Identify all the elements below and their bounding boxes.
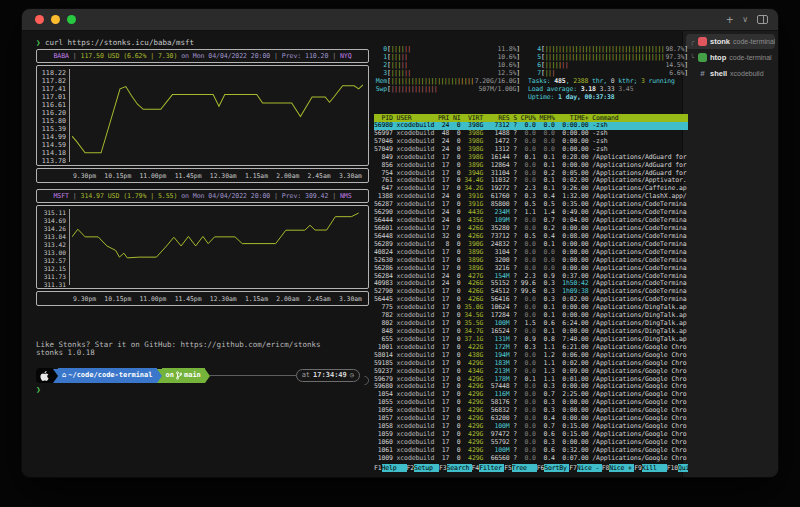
stonks-version: stonks 1.0.18 (36, 349, 369, 357)
process-row[interactable]: 52790 xcodebuild 17 0 426G 54512 ? 99.6 … (374, 288, 688, 296)
process-row[interactable]: 1009 xcodebuild 17 0 429G 66560 ? 0.0 0.… (374, 455, 688, 463)
process-row[interactable]: 56601 xcodebuild 17 0 426G 35280 ? 0.0 0… (374, 225, 688, 233)
process-row[interactable]: 647 xcodebuild 17 0 34.2G 19272 ? 2.3 0.… (374, 185, 688, 193)
tabs-sidebar: ╭stonkcode-terminal╰htopcode-terminal#sh… (682, 31, 778, 477)
cpu-meter: 2[|||||10.6%] (374, 61, 520, 69)
process-row[interactable]: 754 xcodebuild 17 0 394G 31104 ? 0.0 0.2… (374, 170, 688, 178)
command-line: ❯ curl https://stonks.icu/baba/msft (36, 39, 369, 47)
window-titlebar[interactable]: + ∨ (22, 9, 778, 31)
prompt-rule (210, 375, 296, 376)
zoom-window-button[interactable] (67, 15, 76, 24)
process-row[interactable]: 56997 xcodebuild 48 0 398G 1488 ? 0.0 0.… (374, 130, 688, 138)
stonks-pane[interactable]: ❯ curl https://stonks.icu/baba/msft BABA… (36, 39, 369, 394)
htop-meters: 0[||||||11.8%]1[|||||10.6%]2[|||||10.6%]… (374, 45, 688, 101)
process-row[interactable]: 1001 xcodebuild 17 0 422G 172M ? 0.3 1.1… (374, 344, 688, 352)
process-row[interactable]: 56287 xcodebuild 17 0 391G 85800 ? 0.5 0… (374, 201, 688, 209)
chevron-down-icon[interactable]: ∨ (742, 15, 748, 24)
process-row[interactable]: 1061 xcodebuild 17 0 429G 100M ? 0.0 0.6… (374, 447, 688, 455)
fkey-nice-[interactable]: F7Nice - (569, 464, 602, 472)
htop-function-bar: F1HelpF2SetupF3SearchF4FilterF5TreeF6Sor… (374, 464, 688, 473)
command-text: curl https://stonks.icu/baba/msft (45, 38, 194, 47)
clock-icon: ◷ (350, 368, 354, 383)
process-row[interactable]: 849 xcodebuild 17 0 398G 16144 ? 0.1 0.1… (374, 154, 688, 162)
cursor-line[interactable]: ❯ (36, 386, 369, 394)
process-row[interactable]: 56448 xcodebuild 32 0 426G 73712 ? 0.5 0… (374, 233, 688, 241)
htop-process-list[interactable]: 56980 xcodebuild 24 0 398G 7312 ? 0.0 0.… (374, 122, 688, 463)
process-row[interactable]: 782 xcodebuild 17 0 34.5G 17284 ? 0.0 0.… (374, 312, 688, 320)
prompt-end-arc (358, 374, 371, 387)
process-row[interactable]: 52630 xcodebuild 17 0 389G 3200 ? 0.0 0.… (374, 257, 688, 265)
htop-info-line: Tasks: 485, 2388 thr, 0 kthr; 3 running (528, 77, 688, 85)
process-row[interactable]: 56444 xcodebuild 24 0 435G 109M ? 0.0 0.… (374, 217, 688, 225)
stock-header-msft: MSFT | 314.97 USD (1.79% | 5.55) on Mon … (36, 189, 369, 203)
price-line (72, 85, 363, 153)
process-row[interactable]: 56286 xcodebuild 17 0 389G 3216 ? 0.0 0.… (374, 265, 688, 273)
htop-pane[interactable]: 0[||||||11.8%]1[|||||10.6%]2[|||||10.6%]… (374, 45, 688, 473)
process-row[interactable]: 56289 xcodebuild 8 0 390G 24832 ? 0.0 0.… (374, 241, 688, 249)
process-row[interactable]: 1388 xcodebuild 24 0 391G 61760 ? 0.3 0.… (374, 193, 688, 201)
process-row[interactable]: 56445 xcodebuild 17 0 426G 56416 ? 0.0 0… (374, 296, 688, 304)
prompt-time: at 17:34:49 ◷ (296, 369, 360, 382)
fkey-quit[interactable]: F10Quit (667, 464, 688, 472)
tab-shell[interactable]: #shellxcodebuild (686, 66, 775, 81)
tab-stonk[interactable]: ╭stonkcode-terminal (686, 34, 775, 49)
cpu-meter: 6[|||||||14.5%] (528, 61, 688, 69)
cpu-meter: 7[|||6.6%] (528, 69, 688, 77)
fkey-nice-[interactable]: F8Nice + (602, 464, 635, 472)
split-pane-icon[interactable] (757, 15, 768, 24)
process-row[interactable]: 56284 xcodebuild 24 0 427G 154M ? 2.3 0.… (374, 273, 688, 281)
process-row[interactable]: 761 xcodebuild 17 0 34.4G 11032 ? 0.0 0.… (374, 177, 688, 185)
process-row[interactable]: 57046 xcodebuild 24 0 398G 1472 ? 0.0 0.… (374, 138, 688, 146)
fkey-sortby[interactable]: F6SortBy (537, 464, 570, 472)
process-row[interactable]: 802 xcodebuild 17 0 35.5G 100M ? 1.5 0.6… (374, 320, 688, 328)
htop-info-line: Uptime: 1 day, 00:37:38 (528, 93, 688, 101)
process-row[interactable]: 58014 xcodebuild 17 0 438G 194M ? 0.0 1.… (374, 352, 688, 360)
minimize-window-button[interactable] (51, 15, 60, 24)
prompt-git-branch: on main (162, 368, 205, 383)
htop-column-header[interactable]: PID USER PRI NI VIRT RES S CPU% MEM% TIM… (374, 114, 688, 122)
x-axis-labels: 9.30pm10.15pm11.00pm11.45pm12.30am1.15am… (36, 168, 369, 183)
process-row[interactable]: 1055 xcodebuild 17 0 429G 58176 ? 0.0 0.… (374, 399, 688, 407)
fkey-setup[interactable]: F2Setup (407, 464, 440, 472)
process-row[interactable]: 40824 xcodebuild 17 0 389G 3104 ? 0.0 0.… (374, 249, 688, 257)
home-icon: ⌂ (62, 368, 66, 383)
close-window-button[interactable] (35, 15, 44, 24)
process-row[interactable]: 655 xcodebuild 17 0 37.1G 131M ? 0.9 0.8… (374, 336, 688, 344)
process-row[interactable]: 1060 xcodebuild 17 0 429G 55792 ? 0.0 0.… (374, 439, 688, 447)
process-row[interactable]: 59679 xcodebuild 17 0 429G 178M ? 0.1 1.… (374, 376, 688, 384)
tab-htop[interactable]: ╰htopcode-terminal (686, 50, 775, 65)
process-row[interactable]: 40983 xcodebuild 24 0 426G 55152 ? 99.6 … (374, 280, 688, 288)
fkey-search[interactable]: F3Search (439, 464, 472, 472)
apple-icon (36, 368, 53, 383)
htop-info-line: Load average: 3.18 3.33 3.45 (528, 85, 688, 93)
process-row[interactable]: 1056 xcodebuild 17 0 429G 56832 ? 0.0 0.… (374, 407, 688, 415)
shell-prompt: ⌂~/code/code-terminal on main at 17:34:4… (36, 368, 369, 383)
cpu-meter: 4[||||||||||||||||||||||||||||||||||||||… (528, 45, 688, 53)
process-row[interactable]: 1059 xcodebuild 17 0 429G 97472 ? 0.0 0.… (374, 431, 688, 439)
fkey-filter[interactable]: F4Filter (472, 464, 505, 472)
process-row[interactable]: 56980 xcodebuild 24 0 398G 7312 ? 0.0 0.… (374, 122, 688, 130)
cpu-meter: 3[||||||12.5%] (374, 69, 520, 77)
process-row[interactable]: 775 xcodebuild 17 0 35.0G 10624 ? 0.0 0.… (374, 304, 688, 312)
fkey-tree[interactable]: F5Tree (504, 464, 537, 472)
process-row[interactable]: 59185 xcodebuild 17 0 429G 183M ? 0.0 1.… (374, 360, 688, 368)
process-row[interactable]: 59680 xcodebuild 17 0 429G 57448 ? 0.0 0… (374, 383, 688, 391)
process-row[interactable]: 856 xcodebuild 17 0 389G 12864 ? 0.0 0.1… (374, 162, 688, 170)
process-row[interactable]: 56290 xcodebuild 24 0 443G 234M ? 1.1 1.… (374, 209, 688, 217)
prompt-chevron: ❯ (36, 38, 41, 47)
cpu-meter: 0[||||||11.8%] (374, 45, 520, 53)
fkey-kill[interactable]: F9Kill (634, 464, 667, 472)
process-row[interactable]: 1058 xcodebuild 17 0 429G 100M ? 0.0 0.7… (374, 423, 688, 431)
process-row[interactable]: 1057 xcodebuild 17 0 429G 63200 ? 0.0 0.… (374, 415, 688, 423)
traffic-lights (35, 15, 76, 24)
fkey-help[interactable]: F1Help (374, 464, 407, 472)
chart-plot (70, 69, 365, 162)
process-row[interactable]: 1054 xcodebuild 17 0 429G 116M ? 0.0 0.7… (374, 391, 688, 399)
process-row[interactable]: 57049 xcodebuild 24 0 398G 1312 ? 0.0 0.… (374, 146, 688, 154)
process-row[interactable]: 848 xcodebuild 17 0 34.7G 16524 ? 0.0 0.… (374, 328, 688, 336)
process-row[interactable]: 59237 xcodebuild 17 0 434G 213M ? 0.0 1.… (374, 368, 688, 376)
stock-chart-baba: 118.22117.82117.41117.01116.61116.20115.… (36, 65, 369, 166)
new-tab-icon[interactable]: + (726, 15, 733, 25)
cpu-meter: 1[|||||10.6%] (374, 53, 520, 61)
y-axis-labels: 118.22117.82117.41117.01116.61116.20115.… (37, 69, 70, 162)
